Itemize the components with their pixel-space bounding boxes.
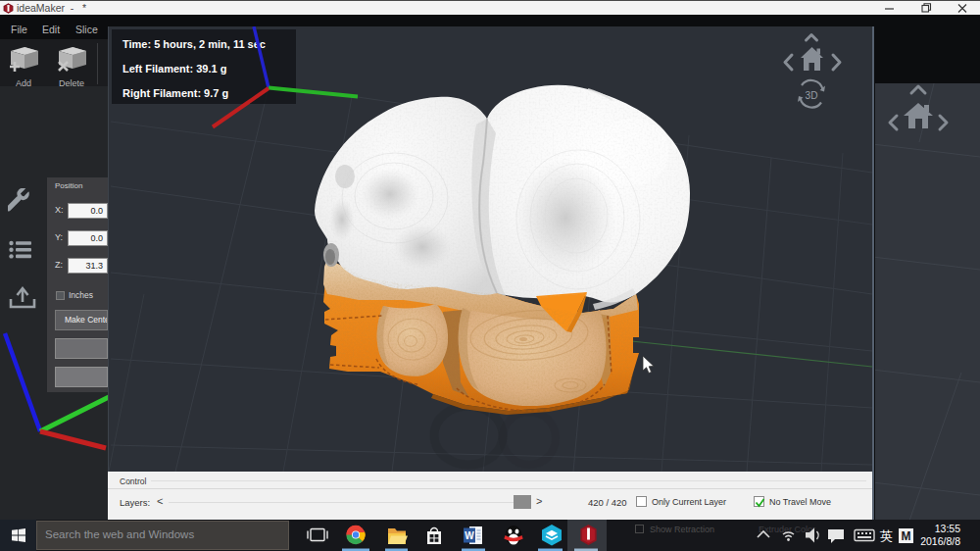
svg-text:Delete: Delete xyxy=(59,78,84,88)
svg-text:3D: 3D xyxy=(806,90,818,101)
svg-text:W: W xyxy=(465,530,474,541)
svg-text:英: 英 xyxy=(880,528,893,543)
svg-text:Add: Add xyxy=(16,78,31,88)
